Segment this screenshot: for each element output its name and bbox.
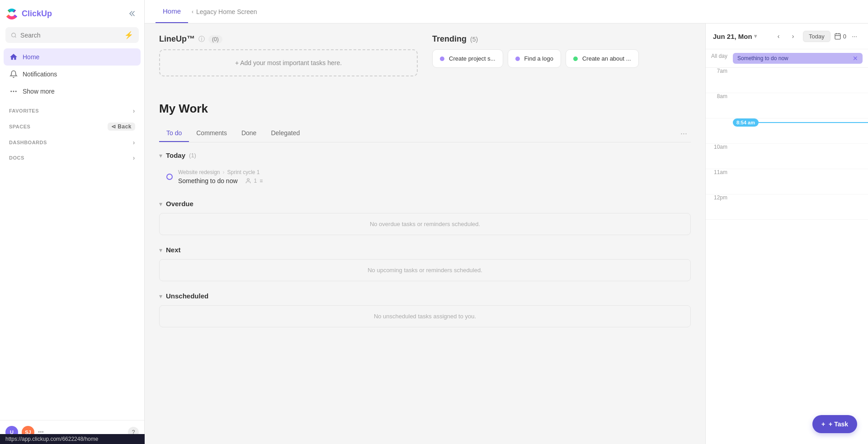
calendar-more-options[interactable]: ··· [848,30,861,43]
spaces-section: SPACES ⊲ Back [0,117,144,133]
next-collapse-icon[interactable]: ▾ [159,246,162,254]
add-task-icon: + [821,420,825,428]
legacy-tab-label: Legacy Home Screen [196,8,257,15]
lineup-count: (0) [208,35,222,43]
time-label-8am: 8am [706,93,733,99]
tab-comments[interactable]: Comments [189,125,234,142]
docs-label: DOCS [9,155,24,161]
docs-section: DOCS › [0,149,144,164]
calendar-allday-row: All day Something to do now ✕ [706,49,868,68]
trending-label-1: Create project s... [449,55,495,62]
task-checkbox[interactable] [166,174,173,180]
time-row-current: 8:54 am [706,118,868,144]
calendar-date-label: Jun 21, Mon [713,33,752,40]
calendar-body: All day Something to do now ✕ 7am 8am [706,49,868,444]
sidebar-item-show-more[interactable]: Show more [4,83,141,100]
trending-card-find-logo[interactable]: Find a logo [508,49,561,68]
trending-label-2: Find a logo [524,55,553,62]
today-section: ▾ Today (1) Website redesign › Sprint cy [159,151,691,189]
dashboards-section: DASHBOARDS › [0,133,144,149]
calendar-prev-button[interactable]: ‹ [772,30,785,43]
sidebar-item-home[interactable]: Home [4,48,141,66]
sidebar-item-notifications-label: Notifications [23,71,57,78]
calendar-icon [834,33,841,40]
spaces-label: SPACES [9,124,30,129]
search-bar[interactable]: ⚡ [5,27,139,43]
trending-card-create-project[interactable]: Create project s... [432,49,503,68]
docs-arrow[interactable]: › [133,154,135,161]
back-label: Back [118,123,132,130]
task-name: Something to do now [178,177,238,184]
assignee-count: 1 [254,178,257,184]
breadcrumb-arrow-icon: › [223,169,225,175]
next-empty: No upcoming tasks or reminders scheduled… [159,259,691,281]
work-tabs-more[interactable]: ··· [677,125,691,142]
unscheduled-collapse-icon[interactable]: ▾ [159,293,162,300]
favorites-section: FAVORITES › [0,102,144,117]
svg-point-4 [247,179,249,181]
today-count: (1) [189,152,196,159]
svg-rect-5 [835,34,840,39]
next-section: ▾ Next No upcoming tasks or reminders sc… [159,246,691,281]
top-bar: Home ‹ Legacy Home Screen [145,0,868,24]
sidebar-item-show-more-label: Show more [23,88,55,95]
calendar-nav: ‹ › [772,30,799,43]
sidebar-item-notifications[interactable]: Notifications [4,66,141,83]
app-logo[interactable]: ClickUp [5,7,52,20]
today-header: ▾ Today (1) [159,151,691,159]
calendar-header: Jun 21, Mon ▾ ‹ › Today 0 ··· [706,24,868,49]
time-label-7am: 7am [706,68,733,74]
my-work-section: My Work To do Comments Done Delegated ··… [159,102,691,327]
calendar-next-button[interactable]: › [787,30,799,43]
task-menu-icon[interactable]: ≡ [259,178,263,184]
unscheduled-empty: No unscheduled tasks assigned to you. [159,305,691,327]
next-header: ▾ Next [159,246,691,254]
overdue-header: ▾ Overdue [159,200,691,208]
task-breadcrumb-part1: Website redesign [178,169,220,175]
today-collapse-icon[interactable]: ▾ [159,152,162,159]
search-icon [11,32,17,39]
unscheduled-header: ▾ Unscheduled [159,292,691,300]
tab-delegated[interactable]: Delegated [264,125,307,142]
tab-todo[interactable]: To do [159,125,189,142]
unscheduled-section: ▾ Unscheduled No unscheduled tasks assig… [159,292,691,327]
back-arrow-icon: ⊲ [111,123,116,130]
dashboards-arrow[interactable]: › [133,139,135,146]
work-tabs: To do Comments Done Delegated ··· [159,125,691,142]
overdue-section: ▾ Overdue No overdue tasks or reminders … [159,200,691,235]
trending-count: (5) [470,36,478,43]
overdue-collapse-icon[interactable]: ▾ [159,200,162,208]
spaces-back-button[interactable]: ⊲ Back [108,123,135,131]
calendar-event-close-icon[interactable]: ✕ [853,55,858,62]
tab-legacy-home[interactable]: ‹ Legacy Home Screen [192,8,257,15]
time-row-8am: 8am [706,93,868,118]
calendar-event[interactable]: Something to do now ✕ [733,53,863,64]
calendar-count-badge: 0 [834,33,846,40]
unscheduled-title: Unscheduled [166,292,208,300]
tab-home[interactable]: Home [156,0,188,23]
task-breadcrumb-part2: Sprint cycle 1 [227,169,260,175]
main-panel: LineUp™ ⓘ (0) + Add your most important … [145,24,705,444]
calendar-dropdown-icon: ▾ [754,33,757,39]
search-input[interactable] [20,32,121,39]
lineup-add-button[interactable]: + Add your most important tasks here. [159,49,418,76]
calendar-today-button[interactable]: Today [803,31,830,42]
dashboards-label: DASHBOARDS [9,140,47,145]
sidebar-item-home-label: Home [23,53,39,61]
calendar-date[interactable]: Jun 21, Mon ▾ [713,33,757,40]
dots-icon [9,87,18,96]
allday-label: All day [706,53,733,59]
trending-card-create-about[interactable]: Create an about ... [566,49,639,68]
collapse-sidebar-button[interactable] [126,7,139,20]
svg-point-0 [12,33,16,37]
trending-header: Trending (5) [432,34,691,44]
lineup-title: LineUp™ [159,34,195,44]
trending-section: Trending (5) Create project s... Find a … [432,34,691,89]
favorites-arrow[interactable]: › [133,107,135,114]
sidebar: ClickUp ⚡ Home Notifications Show more [0,0,145,444]
tab-done[interactable]: Done [234,125,264,142]
legacy-arrow-icon: ‹ [192,9,193,15]
add-task-button[interactable]: + + Task [812,415,857,433]
lineup-info-icon: ⓘ [198,35,205,43]
main-area: Home ‹ Legacy Home Screen LineUp™ ⓘ (0) … [145,0,868,444]
